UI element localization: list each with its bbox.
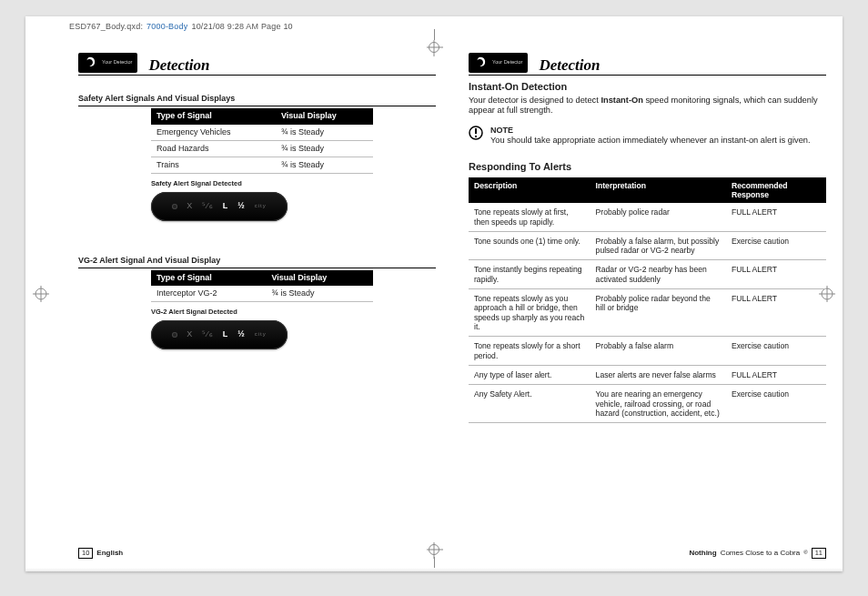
table-row: Any Safety Alert.You are nearing an emer… <box>469 385 826 423</box>
svg-rect-8 <box>475 136 477 137</box>
table-header: Interpretation <box>590 177 726 204</box>
logo-badge: Your Detector <box>78 53 137 73</box>
device-caption: Safety Alert Signal Detected <box>151 179 436 187</box>
indicator-dot-icon <box>172 332 177 338</box>
logo-badge: Your Detector <box>469 53 528 73</box>
table-header: Type of Signal <box>151 108 276 124</box>
table-header: Description <box>469 177 590 204</box>
page-right: Your Detector Detection Instant-On Detec… <box>469 53 826 559</box>
device-caption: VG-2 Alert Signal Detected <box>151 308 436 316</box>
svg-rect-7 <box>475 128 477 134</box>
swirl-icon <box>82 55 98 71</box>
swirl-icon <box>472 55 489 71</box>
print-job-header: ESD767_Body.qxd: 7000-Body 10/21/08 9:28… <box>69 22 293 31</box>
table-header: Visual Display <box>266 270 372 286</box>
footer-rest: Comes Close to a Cobra <box>721 549 801 558</box>
page-footer-label: English <box>96 549 123 558</box>
page-footer-left: 10 English <box>78 548 123 560</box>
page-title: Detection <box>148 56 209 75</box>
table-row: Interceptor VG-2¾ is Steady <box>151 286 373 302</box>
print-rest: 10/21/08 9:28 AM Page 10 <box>191 22 292 31</box>
table-row: Any type of laser alert.Laser alerts are… <box>469 365 826 384</box>
page-footer-right: Nothing Comes Close to a Cobra® 11 <box>689 548 826 560</box>
print-blue: 7000-Body <box>146 22 187 31</box>
document-sheet: ESD767_Body.qxd: 7000-Body 10/21/08 9:28… <box>25 16 843 571</box>
indicator-dot-icon <box>172 204 177 209</box>
page-number: 10 <box>78 548 93 560</box>
vg2-table: Type of Signal Visual Display Intercepto… <box>151 270 373 303</box>
page-title: Detection <box>539 56 600 75</box>
logo-tiny-text: Your Detector <box>102 60 132 66</box>
edge-shadow <box>25 568 843 571</box>
section-heading: VG-2 Alert Signal And Visual Display <box>78 243 436 268</box>
table-row: Tone repeats slowly as you approach a hi… <box>469 289 826 337</box>
note-text: You should take appropriate action immed… <box>490 136 811 146</box>
responding-heading: Responding To Alerts <box>469 161 826 174</box>
table-header: Visual Display <box>276 108 373 124</box>
logo-tiny-text: Your Detector <box>492 60 522 66</box>
page-left: Your Detector Detection Safety Alert Sig… <box>78 53 436 559</box>
registration-mark-left <box>33 286 49 302</box>
note-icon <box>469 126 483 140</box>
instant-on-heading: Instant-On Detection <box>469 81 826 94</box>
page-number: 11 <box>812 548 826 560</box>
note-block: NOTE You should take appropriate action … <box>469 126 826 146</box>
table-row: Tone repeats slowly for a short period.P… <box>469 337 826 366</box>
page-heading: Your Detector Detection <box>78 53 436 76</box>
detector-display: X ⁵⁄₆ L ½ city <box>151 320 288 349</box>
table-row: Trains¾ is Steady <box>151 157 373 174</box>
crop-mark-top <box>429 29 439 53</box>
table-row: Tone sounds one (1) time only.Probably a… <box>469 231 826 260</box>
table-row: Tone repeats slowly at first, then speed… <box>469 203 826 231</box>
detector-display: X ⁵⁄₆ L ½ city <box>151 192 288 221</box>
table-row: Road Hazards¾ is Steady <box>151 140 373 157</box>
footer-bold: Nothing <box>689 549 716 558</box>
responding-table: Description Interpretation Recommended R… <box>469 177 826 424</box>
instant-on-body: Your detector is designed to detect Inst… <box>469 96 826 116</box>
note-label: NOTE <box>490 126 811 136</box>
section-heading: Safety Alert Signals And Visual Displays <box>78 81 436 106</box>
page-heading: Your Detector Detection <box>469 53 826 76</box>
print-file: ESD767_Body.qxd: <box>69 22 143 31</box>
safety-alert-table: Type of Signal Visual Display Emergency … <box>151 108 373 174</box>
table-row: Tone instantly begins repeating rapidly.… <box>469 260 826 289</box>
table-row: Emergency Vehicles¾ is Steady <box>151 125 373 141</box>
table-header: Type of Signal <box>151 270 266 286</box>
registered-mark-icon: ® <box>803 550 807 557</box>
table-header: Recommended Response <box>726 177 826 204</box>
